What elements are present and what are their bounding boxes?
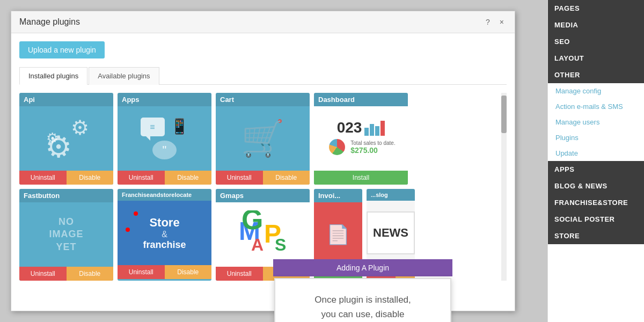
plugin-actions-dashboard: Install (314, 171, 408, 185)
map-dot-1 (134, 211, 138, 216)
uninstall-fastbutton-button[interactable]: Uninstall (19, 267, 67, 281)
price-text: $275.00 (350, 146, 395, 155)
sidebar: PAGES MEDIA SEO LAYOUT OTHER Manage conf… (547, 0, 644, 322)
modal-header: Manage plugins ? × (11, 11, 515, 33)
plugin-title-apps: Apps (118, 93, 211, 106)
invoice-img-content: 📄 (314, 202, 362, 267)
sidebar-section-media[interactable]: MEDIA (548, 17, 644, 33)
svg-text:A: A (251, 235, 264, 254)
dashboard-number: 023 (337, 119, 362, 136)
tab-installed-plugins[interactable]: Installed plugins (19, 67, 87, 85)
disable-api-button[interactable]: Disable (67, 171, 114, 185)
disable-apps-button[interactable]: Disable (165, 171, 212, 185)
tooltip-header: Adding A Plugin (273, 259, 452, 276)
sidebar-link-plugins[interactable]: Plugins (548, 130, 644, 145)
phone-icon: 📱 (170, 118, 189, 136)
sales-info: Total sales to date. $275.00 (350, 140, 395, 155)
plugin-card-cart: Cart 🛒 Uninstall Disable (216, 93, 310, 185)
scrollbar[interactable] (501, 93, 507, 281)
map-dot-2 (126, 228, 130, 232)
gmaps-img-content: M A P S G (216, 202, 310, 267)
cart-icon: 🛒 (241, 118, 284, 159)
uninstall-api-button[interactable]: Uninstall (19, 171, 67, 185)
sidebar-link-manage-config[interactable]: Manage config (548, 83, 644, 99)
plugin-title-fastbutton: Fastbutton (19, 189, 113, 202)
plugin-card-apps: Apps ≡ 📱 " (118, 93, 211, 185)
app-icon-row-top: ≡ 📱 (141, 118, 189, 136)
plugin-img-fastbutton: NOIMAGEYET (19, 202, 113, 267)
upload-plugin-button[interactable]: Upload a new plugin (19, 41, 105, 58)
plugin-title-cart: Cart (216, 93, 310, 106)
sidebar-section-store[interactable]: STORE (548, 228, 644, 244)
no-image-placeholder: NOIMAGEYET (19, 202, 113, 267)
bar-1 (364, 128, 369, 136)
disable-fastbutton-button[interactable]: Disable (67, 267, 114, 281)
plugin-card-fastbutton: Fastbutton NOIMAGEYET Uninstall Disable (19, 189, 113, 281)
uninstall-franchise-button[interactable]: Uninstall (118, 265, 165, 279)
bar-2 (370, 124, 374, 136)
tooltip-box: Once plugin is installed,you can use, di… (274, 278, 451, 322)
no-image-text: NOIMAGEYET (49, 216, 83, 253)
lines-icon: ≡ (150, 122, 155, 132)
franchise-word: franchise (143, 239, 186, 251)
plugin-title-invoice: Invoi... (314, 189, 362, 202)
plugin-img-apps: ≡ 📱 " (118, 106, 211, 171)
sidebar-link-update[interactable]: Update (548, 145, 644, 161)
pie-chart-icon (329, 139, 345, 155)
plugin-actions-cart: Uninstall Disable (216, 171, 310, 185)
dashboard-stats: 023 (337, 119, 385, 136)
plugin-img-newslog: NEWS (367, 201, 415, 265)
store-word: Store (149, 216, 179, 230)
bar-4 (380, 121, 385, 136)
disable-franchise-button[interactable]: Disable (165, 265, 212, 279)
install-dashboard-button[interactable]: Install (314, 171, 408, 185)
sidebar-section-other[interactable]: OTHER (548, 67, 644, 83)
store-img-content: Store & franchise (118, 201, 211, 265)
gear-small-icon (45, 130, 60, 145)
uninstall-gmaps-button[interactable]: Uninstall (216, 267, 263, 281)
apps-icon: ≡ 📱 " (141, 118, 189, 159)
uninstall-cart-button[interactable]: Uninstall (216, 171, 263, 185)
gear-medium-icon (69, 117, 91, 138)
modal-controls: ? × (483, 17, 507, 27)
plugin-actions-api: Uninstall Disable (19, 171, 113, 185)
newspaper-icon: NEWS (367, 211, 415, 254)
chart-bars (364, 120, 385, 136)
svg-text:G: G (241, 210, 263, 235)
disable-cart-button[interactable]: Disable (263, 171, 310, 185)
sidebar-section-franchise[interactable]: FRANCHISE&STORE (548, 194, 644, 211)
sidebar-section-seo[interactable]: SEO (548, 33, 644, 50)
dashboard-img-content: 023 (314, 106, 408, 171)
tab-available-plugins[interactable]: Available plugins (89, 67, 159, 85)
news-word: NEWS (373, 226, 408, 240)
help-button[interactable]: ? (483, 17, 493, 27)
sidebar-link-action-emails[interactable]: Action e-mails & SMS (548, 99, 644, 114)
sidebar-section-social[interactable]: SOCIAL POSTER (548, 211, 644, 228)
close-button[interactable]: × (497, 17, 507, 27)
plugin-img-api (19, 106, 113, 171)
sidebar-section-blog[interactable]: BLOG & NEWS (548, 178, 644, 194)
sidebar-link-manage-users[interactable]: Manage users (548, 114, 644, 130)
sidebar-section-pages[interactable]: PAGES (548, 0, 644, 17)
quote-bubble-icon: " (152, 141, 177, 159)
modal-title: Manage plugins (19, 17, 80, 27)
tooltip-text: Once plugin is installed,you can use, di… (286, 292, 440, 322)
plugin-card-franchise: Franchiseandstorelocate Store & franchis… (118, 189, 211, 281)
scrollbar-thumb[interactable] (501, 96, 507, 133)
plugin-title-franchise: Franchiseandstorelocate (118, 189, 211, 201)
plugin-card-dashboard: Dashboard 023 (314, 93, 408, 185)
uninstall-apps-button[interactable]: Uninstall (118, 171, 165, 185)
plugins-row: Api Uninstall Disable (19, 93, 507, 281)
sales-text: Total sales to date. (350, 140, 395, 146)
plugin-actions-apps: Uninstall Disable (118, 171, 211, 185)
sidebar-section-apps[interactable]: APPS (548, 161, 644, 178)
app-icon-row-bottom: " (152, 141, 177, 159)
invoice-icon: 📄 (326, 224, 350, 246)
plugin-img-cart: 🛒 (216, 106, 310, 171)
gmaps-logo-svg: M A P S G (236, 210, 290, 259)
plugin-img-franchise: Store & franchise (118, 201, 211, 265)
gears-icon (40, 114, 93, 163)
bar-3 (375, 126, 379, 136)
sidebar-section-layout[interactable]: LAYOUT (548, 50, 644, 67)
plugin-actions-franchise: Uninstall Disable (118, 265, 211, 279)
